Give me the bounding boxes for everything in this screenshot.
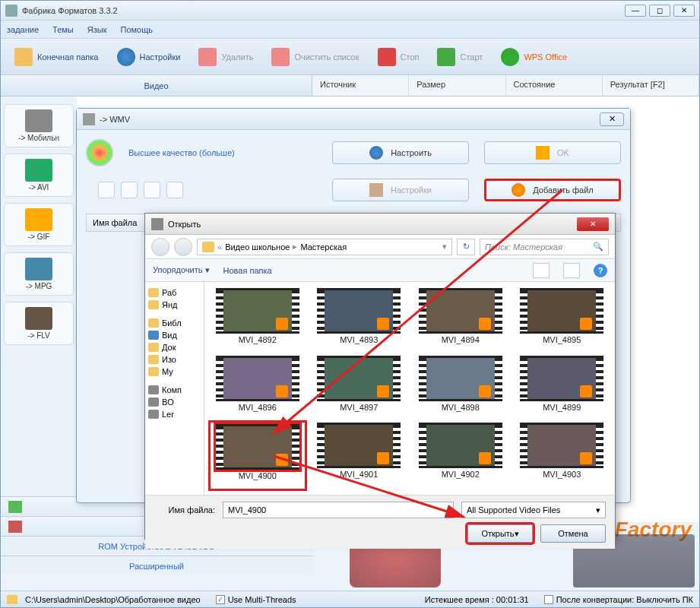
wps-button[interactable]: WPS Office	[493, 45, 575, 69]
close-button[interactable]: ✕	[673, 5, 695, 17]
file-item[interactable]: MVI_4894	[413, 288, 508, 351]
fmt-avi[interactable]: -> AVI	[4, 154, 74, 197]
help-icon[interactable]: ?	[594, 264, 607, 277]
col-size[interactable]: Размер	[409, 75, 505, 96]
menu-help[interactable]: Помощь	[120, 25, 153, 34]
folder-tree: Раб Янд Библ Вид Док Изо Му Комп BO Ler	[145, 282, 204, 495]
open-bottom: Имя файла: All Supported Video Files▾ От…	[145, 495, 615, 549]
open-button[interactable]: Открыть ▾	[467, 524, 533, 543]
col-source[interactable]: Источник	[312, 75, 409, 96]
delete-button[interactable]: Удалить	[191, 45, 261, 69]
file-name-label: MVI_4898	[442, 403, 480, 412]
file-area: Раб Янд Библ Вид Док Изо Му Комп BO Ler …	[145, 282, 615, 495]
play-overlay-icon	[479, 452, 491, 464]
tree-desktop[interactable]: Раб	[148, 287, 201, 299]
minimize-button[interactable]: —	[625, 5, 646, 17]
nav-back-button[interactable]	[151, 238, 169, 256]
file-item[interactable]: MVI_4892	[211, 288, 305, 351]
file-item[interactable]: MVI_4895	[515, 288, 610, 351]
filename-input[interactable]	[223, 502, 454, 518]
col-result[interactable]: Результат [F2]	[603, 75, 699, 96]
play-overlay-icon	[377, 452, 389, 464]
info-icon[interactable]	[166, 182, 183, 198]
file-item[interactable]: MVI_4893	[312, 288, 407, 351]
file-item[interactable]: MVI_4903	[515, 423, 610, 489]
open-file-dialog: Открыть ✕ « Видео школьное ▸ Мастерская …	[144, 213, 616, 540]
file-item[interactable]: MVI_4898	[413, 356, 508, 419]
columns-header: Источник Размер Состояние Результат [F2]	[312, 75, 699, 96]
fmt-mpg[interactable]: -> MPG	[4, 252, 74, 296]
tree-ler[interactable]: Ler	[148, 408, 201, 420]
file-name-label: MVI_4903	[543, 470, 581, 479]
nav-forward-button[interactable]	[174, 238, 192, 256]
configure-button[interactable]: Настроить	[332, 141, 469, 164]
new-folder-button[interactable]: Новая папка	[223, 266, 272, 275]
video-thumbnail	[317, 423, 401, 468]
output-folder-button[interactable]: Конечная папка	[7, 45, 106, 69]
wmv-settings-button[interactable]: Настройки	[332, 179, 469, 201]
video-thumbnail	[419, 423, 502, 468]
search-input[interactable]: Поиск: Мастерская🔍	[480, 239, 609, 255]
wmv-close-button[interactable]: ✕	[600, 112, 624, 126]
preview-pane-button[interactable]	[563, 263, 580, 278]
tree-computer[interactable]: Комп	[148, 384, 201, 396]
menu-themes[interactable]: Темы	[52, 25, 74, 34]
tab-video[interactable]: Видео	[1, 75, 312, 96]
tree-music[interactable]: Му	[148, 366, 201, 378]
col-state[interactable]: Состояние	[506, 75, 603, 96]
multi-threads-checkbox[interactable]: ✓Use Multi-Threads	[216, 595, 296, 604]
tree-images[interactable]: Изо	[148, 353, 201, 366]
advanced-row[interactable]: Расширенный	[1, 556, 312, 575]
settings-button[interactable]: Настройки	[109, 45, 188, 69]
arrow-icon	[536, 146, 550, 160]
file-item[interactable]: MVI_4900	[211, 423, 305, 489]
view-mode-button[interactable]	[533, 263, 550, 278]
filetype-select[interactable]: All Supported Video Files▾	[461, 502, 606, 518]
output-path[interactable]: C:\Users\admin\Desktop\Обработанное виде…	[25, 595, 201, 604]
file-item[interactable]: MVI_4896	[211, 356, 305, 419]
clear-list-button[interactable]: Очистить список	[264, 45, 366, 69]
tree-bo[interactable]: BO	[148, 396, 201, 408]
maximize-button[interactable]: ◻	[649, 5, 670, 17]
file-name-label: MVI_4893	[340, 335, 378, 344]
file-item[interactable]: MVI_4899	[515, 356, 610, 419]
file-name-label: MVI_4900	[239, 471, 277, 480]
quality-link[interactable]: Высшее качество (больше)	[128, 148, 235, 157]
fmt-gif[interactable]: -> GIF	[4, 203, 74, 246]
stop-button[interactable]: Стоп	[370, 45, 427, 69]
menubar: задание Темы Язык Помощь	[1, 21, 699, 39]
video-thumbnail	[419, 356, 502, 401]
fmt-mobile[interactable]: -> Мобильн	[4, 104, 74, 147]
cut-icon[interactable]	[121, 182, 138, 198]
fmt-flv[interactable]: -> FLV	[4, 302, 74, 345]
after-conversion-checkbox[interactable]: После конвертации: Выключить ПК	[544, 595, 693, 604]
gear-icon	[369, 146, 383, 160]
mobile-icon	[25, 109, 52, 132]
file-name-label: MVI_4897	[340, 403, 378, 412]
wmv-title-text: -> WMV	[100, 115, 600, 124]
add-file-button[interactable]: Добавить файл	[484, 179, 621, 201]
tree-yandex[interactable]: Янд	[148, 299, 201, 311]
menu-task[interactable]: задание	[7, 25, 39, 34]
menu-lang[interactable]: Язык	[87, 25, 107, 34]
tree-videos[interactable]: Вид	[148, 329, 201, 341]
play-range-icon[interactable]	[98, 182, 115, 198]
cancel-button[interactable]: Отмена	[540, 524, 606, 543]
file-item[interactable]: MVI_4897	[312, 356, 407, 419]
open-close-button[interactable]: ✕	[577, 217, 609, 231]
file-name-label: MVI_4899	[543, 403, 581, 412]
file-item[interactable]: MVI_4902	[413, 423, 508, 489]
window-title: Фабрика Форматов 3.3.2	[22, 6, 625, 15]
tree-libraries[interactable]: Библ	[148, 317, 201, 329]
preview-icon[interactable]	[144, 182, 160, 198]
breadcrumb[interactable]: « Видео школьное ▸ Мастерская ▾	[197, 239, 452, 255]
organize-menu[interactable]: Упорядочить ▾	[153, 265, 210, 275]
start-button[interactable]: Старт	[429, 45, 490, 69]
ok-button[interactable]: OK	[484, 141, 621, 164]
toolbar: Конечная папка Настройки Удалить Очистит…	[1, 39, 699, 75]
play-overlay-icon	[276, 454, 288, 466]
tree-documents[interactable]: Док	[148, 341, 201, 353]
file-item[interactable]: MVI_4901	[312, 423, 407, 489]
filename-label: Имя файла:	[154, 505, 215, 515]
refresh-button[interactable]: ↻	[457, 239, 475, 255]
